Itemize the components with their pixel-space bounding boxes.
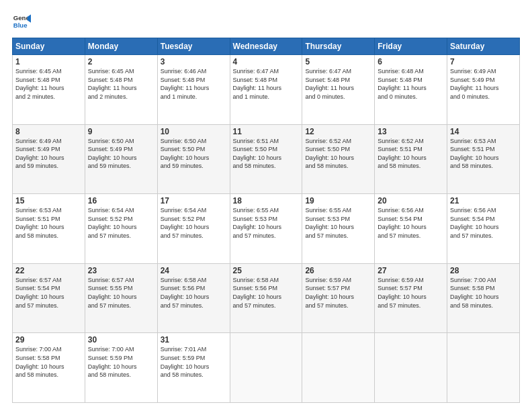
logo-icon: General Blue (12, 12, 31, 31)
calendar-cell: 26Sunrise: 6:59 AM Sunset: 5:57 PM Dayli… (302, 263, 375, 333)
calendar-week-1: 1Sunrise: 6:45 AM Sunset: 5:48 PM Daylig… (13, 55, 520, 125)
calendar-cell (447, 333, 520, 403)
calendar-cell (302, 333, 375, 403)
day-number: 28 (450, 266, 517, 275)
day-number: 15 (15, 196, 82, 205)
day-number: 6 (378, 57, 444, 66)
day-number: 1 (15, 57, 82, 66)
day-info: Sunrise: 6:48 AM Sunset: 5:48 PM Dayligh… (378, 67, 444, 101)
calendar-cell: 15Sunrise: 6:53 AM Sunset: 5:51 PM Dayli… (13, 194, 85, 264)
calendar-cell: 24Sunrise: 6:58 AM Sunset: 5:56 PM Dayli… (157, 263, 230, 333)
page: General Blue SundayMondayTuesdayWednesda… (0, 0, 532, 411)
day-info: Sunrise: 7:00 AM Sunset: 5:59 PM Dayligh… (88, 345, 154, 379)
day-info: Sunrise: 6:54 AM Sunset: 5:52 PM Dayligh… (88, 206, 154, 240)
day-info: Sunrise: 6:49 AM Sunset: 5:49 PM Dayligh… (450, 67, 517, 101)
day-info: Sunrise: 6:54 AM Sunset: 5:52 PM Dayligh… (161, 206, 227, 240)
day-info: Sunrise: 6:53 AM Sunset: 5:51 PM Dayligh… (15, 206, 82, 240)
day-info: Sunrise: 7:01 AM Sunset: 5:59 PM Dayligh… (161, 345, 227, 379)
calendar-cell: 4Sunrise: 6:47 AM Sunset: 5:48 PM Daylig… (230, 55, 302, 125)
day-info: Sunrise: 6:57 AM Sunset: 5:55 PM Dayligh… (88, 276, 154, 310)
day-info: Sunrise: 6:45 AM Sunset: 5:48 PM Dayligh… (88, 67, 154, 101)
day-number: 25 (233, 266, 300, 275)
day-number: 5 (305, 57, 371, 66)
dow-tuesday: Tuesday (157, 38, 230, 55)
day-info: Sunrise: 6:45 AM Sunset: 5:48 PM Dayligh… (15, 67, 82, 101)
day-info: Sunrise: 6:58 AM Sunset: 5:56 PM Dayligh… (161, 276, 227, 310)
day-number: 17 (161, 196, 227, 205)
dow-thursday: Thursday (302, 38, 375, 55)
day-number: 10 (161, 127, 227, 136)
day-number: 4 (233, 57, 300, 66)
calendar-cell: 16Sunrise: 6:54 AM Sunset: 5:52 PM Dayli… (85, 194, 157, 264)
calendar-cell: 6Sunrise: 6:48 AM Sunset: 5:48 PM Daylig… (375, 55, 447, 125)
day-info: Sunrise: 6:57 AM Sunset: 5:54 PM Dayligh… (15, 276, 82, 310)
day-info: Sunrise: 6:52 AM Sunset: 5:50 PM Dayligh… (305, 137, 371, 171)
day-number: 26 (305, 266, 371, 275)
calendar-cell: 13Sunrise: 6:52 AM Sunset: 5:51 PM Dayli… (375, 124, 447, 194)
day-info: Sunrise: 6:49 AM Sunset: 5:49 PM Dayligh… (15, 137, 82, 171)
calendar-cell: 3Sunrise: 6:46 AM Sunset: 5:48 PM Daylig… (157, 55, 230, 125)
calendar-cell: 22Sunrise: 6:57 AM Sunset: 5:54 PM Dayli… (13, 263, 85, 333)
calendar-table: SundayMondayTuesdayWednesdayThursdayFrid… (12, 38, 520, 403)
calendar-cell: 20Sunrise: 6:56 AM Sunset: 5:54 PM Dayli… (375, 194, 447, 264)
day-number: 18 (233, 196, 300, 205)
day-info: Sunrise: 6:59 AM Sunset: 5:57 PM Dayligh… (305, 276, 371, 310)
calendar-cell (230, 333, 302, 403)
dow-friday: Friday (375, 38, 447, 55)
day-number: 22 (15, 266, 82, 275)
day-info: Sunrise: 6:46 AM Sunset: 5:48 PM Dayligh… (161, 67, 227, 101)
calendar-cell: 25Sunrise: 6:58 AM Sunset: 5:56 PM Dayli… (230, 263, 302, 333)
day-info: Sunrise: 6:53 AM Sunset: 5:51 PM Dayligh… (450, 137, 517, 171)
header: General Blue (12, 12, 520, 31)
calendar-cell: 2Sunrise: 6:45 AM Sunset: 5:48 PM Daylig… (85, 55, 157, 125)
day-number: 12 (305, 127, 371, 136)
calendar-cell: 1Sunrise: 6:45 AM Sunset: 5:48 PM Daylig… (13, 55, 85, 125)
day-number: 9 (88, 127, 154, 136)
day-number: 31 (161, 335, 227, 345)
calendar-week-5: 29Sunrise: 7:00 AM Sunset: 5:58 PM Dayli… (13, 333, 520, 403)
day-info: Sunrise: 6:56 AM Sunset: 5:54 PM Dayligh… (450, 206, 517, 240)
day-number: 11 (233, 127, 300, 136)
calendar-cell: 8Sunrise: 6:49 AM Sunset: 5:49 PM Daylig… (13, 124, 85, 194)
day-info: Sunrise: 6:55 AM Sunset: 5:53 PM Dayligh… (305, 206, 371, 240)
calendar-cell: 27Sunrise: 6:59 AM Sunset: 5:57 PM Dayli… (375, 263, 447, 333)
day-number: 3 (161, 57, 227, 66)
day-info: Sunrise: 6:56 AM Sunset: 5:54 PM Dayligh… (378, 206, 444, 240)
day-number: 21 (450, 196, 517, 205)
calendar-cell: 11Sunrise: 6:51 AM Sunset: 5:50 PM Dayli… (230, 124, 302, 194)
day-info: Sunrise: 6:58 AM Sunset: 5:56 PM Dayligh… (233, 276, 300, 310)
day-info: Sunrise: 6:51 AM Sunset: 5:50 PM Dayligh… (233, 137, 300, 171)
calendar-cell: 31Sunrise: 7:01 AM Sunset: 5:59 PM Dayli… (157, 333, 230, 403)
calendar-cell: 30Sunrise: 7:00 AM Sunset: 5:59 PM Dayli… (85, 333, 157, 403)
day-number: 14 (450, 127, 517, 136)
day-info: Sunrise: 6:50 AM Sunset: 5:49 PM Dayligh… (88, 137, 154, 171)
calendar-week-3: 15Sunrise: 6:53 AM Sunset: 5:51 PM Dayli… (13, 194, 520, 264)
day-number: 30 (88, 335, 154, 345)
day-info: Sunrise: 6:59 AM Sunset: 5:57 PM Dayligh… (378, 276, 444, 310)
dow-monday: Monday (85, 38, 157, 55)
day-number: 2 (88, 57, 154, 66)
day-number: 29 (15, 335, 82, 345)
day-info: Sunrise: 6:47 AM Sunset: 5:48 PM Dayligh… (233, 67, 300, 101)
calendar-cell: 17Sunrise: 6:54 AM Sunset: 5:52 PM Dayli… (157, 194, 230, 264)
calendar-cell: 10Sunrise: 6:50 AM Sunset: 5:50 PM Dayli… (157, 124, 230, 194)
calendar-cell: 21Sunrise: 6:56 AM Sunset: 5:54 PM Dayli… (447, 194, 520, 264)
day-info: Sunrise: 6:47 AM Sunset: 5:48 PM Dayligh… (305, 67, 371, 101)
calendar-cell (375, 333, 447, 403)
day-number: 13 (378, 127, 444, 136)
dow-wednesday: Wednesday (230, 38, 302, 55)
day-number: 8 (15, 127, 82, 136)
day-info: Sunrise: 6:50 AM Sunset: 5:50 PM Dayligh… (161, 137, 227, 171)
calendar-cell: 19Sunrise: 6:55 AM Sunset: 5:53 PM Dayli… (302, 194, 375, 264)
calendar-cell: 9Sunrise: 6:50 AM Sunset: 5:49 PM Daylig… (85, 124, 157, 194)
calendar-week-2: 8Sunrise: 6:49 AM Sunset: 5:49 PM Daylig… (13, 124, 520, 194)
calendar-cell: 28Sunrise: 7:00 AM Sunset: 5:58 PM Dayli… (447, 263, 520, 333)
calendar-cell: 5Sunrise: 6:47 AM Sunset: 5:48 PM Daylig… (302, 55, 375, 125)
calendar-cell: 14Sunrise: 6:53 AM Sunset: 5:51 PM Dayli… (447, 124, 520, 194)
svg-text:Blue: Blue (13, 21, 28, 29)
day-info: Sunrise: 6:52 AM Sunset: 5:51 PM Dayligh… (378, 137, 444, 171)
calendar-week-4: 22Sunrise: 6:57 AM Sunset: 5:54 PM Dayli… (13, 263, 520, 333)
day-number: 19 (305, 196, 371, 205)
dow-saturday: Saturday (447, 38, 520, 55)
calendar-cell: 23Sunrise: 6:57 AM Sunset: 5:55 PM Dayli… (85, 263, 157, 333)
